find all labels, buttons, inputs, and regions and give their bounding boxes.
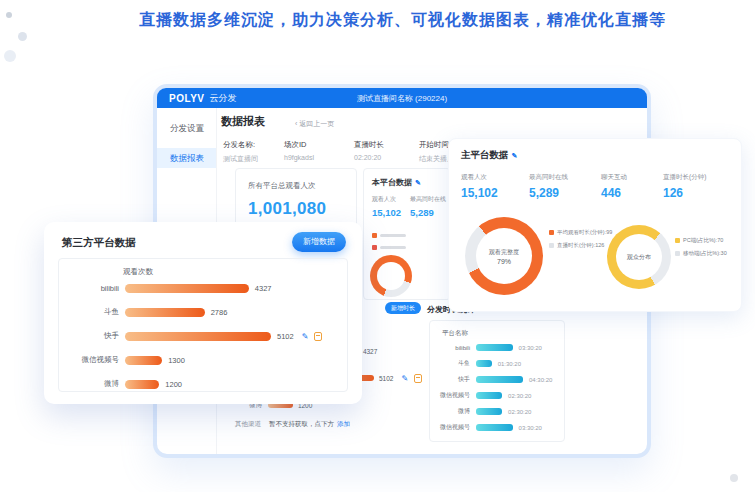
bar-row: 微博 1200 [59, 379, 182, 389]
sidebar-item-distribution-settings[interactable]: 分发设置 [157, 118, 216, 138]
bar [125, 356, 162, 365]
third-party-chart: 观看次数 bilibili 4327 斗鱼 2786 快手 5102 ✎ 微信视… [58, 258, 348, 392]
legend-item [372, 233, 406, 238]
new-duration-tag[interactable]: 新增时长 [385, 302, 421, 314]
bar [125, 308, 205, 317]
bar [476, 344, 513, 351]
legend-text-placeholder [380, 234, 406, 237]
bar-row: 快手 5102 ✎ [59, 331, 322, 341]
bar-row: 斗鱼 2786 [59, 307, 227, 317]
this-platform-card: 本平台数据✎ 观看人次 15,102 最高同时在线 5,289 [363, 168, 451, 300]
main-platform-card: 主平台数据✎ 观看人次 15,102 最高同时在线 5,289 聊天互动 446… [448, 138, 742, 312]
field-label: 场次ID [284, 140, 314, 150]
legend-item [372, 245, 406, 250]
total-views-label: 所有平台总观看人次 [248, 181, 356, 191]
stat-live-minutes: 直播时长(分钟) 126 [663, 173, 706, 200]
field-live-duration: 直播时长 02:20:20 [354, 140, 384, 161]
stat-peak-online: 最高同时在线 5,289 [410, 195, 446, 218]
stat-views: 观看人次 15,102 [461, 173, 498, 200]
bar [125, 284, 249, 293]
field-value: h9fgkadsl [284, 154, 314, 161]
duration-row: bilibili 03:30:20 [436, 343, 542, 352]
legend-item: 直播时长(分钟):126 [549, 242, 612, 249]
legend-swatch [549, 230, 554, 235]
chart-metric-label: 观看次数 [123, 267, 153, 277]
page-title: 数据报表 [221, 114, 265, 129]
field-label: 分发名称: [223, 140, 258, 150]
donut-center-value: 79% [497, 258, 511, 265]
audience-donut: 观众分布 [607, 225, 671, 289]
duration-row: 微信视频号 03:30:20 [436, 423, 542, 432]
bar [476, 360, 492, 367]
duration-column-header: 平台名称 [442, 329, 564, 338]
donut-center-label: 观众分布 [627, 253, 651, 262]
legend-swatch [675, 251, 680, 256]
legend-swatch [372, 233, 377, 238]
decor-dot [4, 50, 16, 62]
edit-icon[interactable]: ✎ [512, 152, 518, 159]
audience-donut-legend: PC端(占比%):70 移动端(占比%):30 [675, 237, 727, 263]
bar [476, 392, 502, 399]
bar [125, 380, 159, 389]
page: 直播数据多维沉淀，助力决策分析、可视化数据图表，精准优化直播等 POLYV 云分… [0, 0, 755, 492]
this-platform-title: 本平台数据✎ [372, 177, 450, 188]
legend-text-placeholder [380, 246, 406, 249]
bar [125, 332, 271, 341]
bar [476, 408, 502, 415]
stat-views: 观看人次 15,102 [372, 195, 401, 218]
legend-swatch [549, 243, 554, 248]
donut-hole [377, 262, 405, 290]
legend-swatch [372, 245, 377, 250]
decor-dot [6, 12, 12, 18]
main-platform-title: 主平台数据✎ [461, 149, 741, 162]
this-platform-donut [370, 255, 412, 297]
duration-row: 快手 04:30:20 [436, 375, 552, 384]
unsupported-channels-note: 其他渠道暂不支持获取，点下方添加 [235, 420, 350, 429]
legend-item: 平均观看时长(分钟):99 [549, 229, 612, 236]
bar-row: bilibili 4327 [59, 283, 271, 293]
bar [476, 376, 523, 383]
legend-item: PC端(占比%):70 [675, 237, 727, 244]
third-party-card: 第三方平台数据 新增数据 观看次数 bilibili 4327 斗鱼 2786 … [44, 222, 362, 404]
bar [476, 424, 513, 431]
room-title: 测试直播间名称 (290224) [157, 93, 647, 104]
edit-icon[interactable]: ✎ [302, 332, 309, 341]
field-distribution-name: 分发名称: 测试直播间 [223, 140, 258, 164]
edit-icon[interactable]: ✎ [401, 374, 408, 383]
breadcrumb-back-link[interactable]: ‹ 返回上一页 [295, 119, 334, 129]
delete-icon[interactable] [314, 332, 322, 341]
stat-chat-interactions: 聊天互动 446 [601, 173, 627, 200]
hero-title: 直播数据多维沉淀，助力决策分析、可视化数据图表，精准优化直播等 [60, 10, 745, 31]
edit-icon[interactable]: ✎ [415, 179, 421, 186]
stat-peak-online: 最高同时在线 5,289 [529, 173, 568, 200]
donut-hole: 观众分布 [616, 234, 662, 280]
total-views-value: 1,001,080 [248, 199, 356, 219]
window-header: POLYV 云分发 测试直播间名称 (290224) [157, 88, 647, 108]
completion-donut-legend: 平均观看时长(分钟):99 直播时长(分钟):126 [549, 229, 612, 255]
field-session-id: 场次ID h9fgkadsl [284, 140, 314, 161]
duration-row: 微博 02:30:20 [436, 407, 531, 416]
duration-chart-card: 平台名称 bilibili 03:30:20 斗鱼 01:30:20 快手 04… [429, 320, 565, 442]
completion-donut: 观看完整度 79% [465, 217, 543, 295]
legend-swatch [675, 238, 680, 243]
donut-center-label: 观看完整度 [489, 248, 519, 257]
field-value: 02:20:20 [354, 154, 384, 161]
decor-dot [730, 474, 738, 482]
duration-row: 微信视频号 02:30:20 [436, 391, 531, 400]
delete-icon[interactable] [414, 374, 422, 383]
field-value: 测试直播间 [223, 154, 258, 164]
add-data-button[interactable]: 新增数据 [292, 232, 346, 252]
legend-item: 移动端(占比%):30 [675, 250, 727, 257]
donut-hole: 观看完整度 79% [476, 228, 532, 284]
add-channel-link[interactable]: 添加 [337, 420, 350, 427]
decor-dot [18, 32, 27, 41]
duration-row: 斗鱼 01:30:20 [436, 359, 521, 368]
bar-row: 微信视频号 1300 [59, 355, 185, 365]
field-label: 直播时长 [354, 140, 384, 150]
sidebar-item-data-report[interactable]: 数据报表 [157, 148, 216, 168]
